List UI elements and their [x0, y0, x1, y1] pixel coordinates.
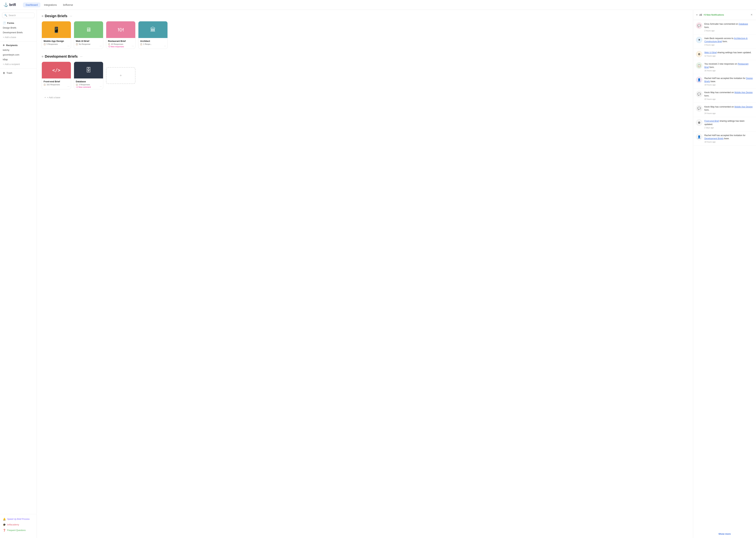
dev-briefs-title: Development Briefs	[45, 54, 78, 59]
notif-close-btn[interactable]: ×	[750, 12, 753, 17]
notif-content-7: Kevin May has commented on Mobile App De…	[704, 105, 753, 115]
sidebar-bottom: 🔔 Speed Up Brief Process 🎓 briflacademy …	[0, 514, 36, 535]
card-restaurant-brief[interactable]: 🍽 Restaurant Brief 📋 43 Responses +2 New…	[106, 21, 135, 49]
architect-card-menu[interactable]: ···	[164, 44, 166, 47]
card-database[interactable]: 🗄 Database 📋 3 Responses +1 New comment …	[74, 62, 103, 89]
notif-time-5: 18 hours ago	[704, 84, 753, 86]
notif-link-6[interactable]: Mobile App Design	[734, 91, 753, 94]
card-mobile-body: Mobile App Design 📋 5 Responses	[42, 38, 71, 46]
speed-up-label: Speed Up Brief Process	[7, 518, 29, 520]
notif-avatar-icon-4: 📋	[697, 64, 701, 67]
notif-time-7: 24 hours ago	[704, 112, 753, 114]
forms-icon: 📄	[3, 22, 6, 24]
add-base-plus-icon: +	[44, 96, 46, 99]
bell-icon: 🔔	[3, 518, 6, 520]
notif-item-3: ⚙ Web UI Brief sharing settings has been…	[693, 48, 756, 60]
notif-avatar-6: 💬	[696, 91, 702, 97]
add-recipient-label: + Add a recipient	[3, 63, 20, 66]
add-form-card[interactable]: +	[106, 67, 135, 84]
recipient-gocenbeyin[interactable]: gocenbeyin.com ⋮⋮	[0, 52, 36, 57]
database-new-badge: +1 New comment	[76, 86, 101, 88]
card-architect-brief[interactable]: 🏛 Architect 📋 1 Respo... ···	[138, 21, 167, 49]
notif-text-5: Rachel Hoff has accepted the invitation …	[704, 77, 753, 83]
restaurant-responses-count: 43 Responses	[111, 43, 123, 45]
card-restaurant-body: Restaurant Brief 📋 43 Responses +2 New r…	[106, 38, 135, 49]
notif-link-3[interactable]: Web UI Brief	[704, 51, 717, 54]
add-recipient-btn[interactable]: + Add a recipient	[0, 62, 36, 67]
notif-text-after-2: form.	[722, 40, 728, 43]
notif-chevron-icon: ▼	[696, 14, 698, 16]
frontend-card-menu[interactable]: ···	[68, 85, 70, 88]
notif-link-1[interactable]: Database	[739, 23, 748, 25]
search-container[interactable]: 🔍 Search	[2, 13, 34, 18]
recipients-label: ✈ Recipients	[0, 43, 36, 48]
recipient-gocenbeyin-label: gocenbeyin.com	[3, 53, 20, 56]
notif-content-8: Front-end Brief sharing settings has bee…	[704, 120, 753, 129]
notif-item-5: 👤 Rachel Hoff has accepted the invitatio…	[693, 74, 756, 88]
restaurant-card-menu[interactable]: ···	[132, 44, 134, 47]
dev-briefs-label: Development Briefs	[3, 31, 23, 34]
add-form-plus: +	[120, 74, 122, 78]
tab-integrations[interactable]: Integrations	[41, 2, 60, 7]
design-briefs-section: Design Briefs ··· 📱 Mobile App Design 📋 …	[42, 14, 688, 49]
card-web-ui-brief[interactable]: 🖥 Web UI Brief 📋 No Response ···	[74, 21, 103, 49]
notif-content-5: Rachel Hoff has accepted the invitation …	[704, 77, 753, 86]
notif-avatar-icon-6: 💬	[697, 92, 701, 96]
sidebar-item-dev-briefs[interactable]: Development Briefs ⋮⋮	[0, 30, 36, 35]
show-more-btn[interactable]: Show more	[693, 530, 756, 538]
add-base-sidebar-label: + Add a base	[3, 36, 16, 38]
mobile-responses-count: 5 Responses	[47, 43, 58, 45]
card-mobile-app-design[interactable]: 📱 Mobile App Design 📋 5 Responses ···	[42, 21, 71, 49]
notif-text-before-7: Kevin May has commented on	[704, 106, 734, 108]
notif-link-8[interactable]: Front-end Brief	[704, 120, 719, 122]
notif-avatar-icon-7: 💬	[697, 107, 701, 110]
design-briefs-cards: 📱 Mobile App Design 📋 5 Responses ···	[42, 21, 688, 49]
card-web-thumb: 🖥	[74, 21, 103, 38]
response-icon-4: 📋	[140, 43, 142, 45]
mobile-card-menu[interactable]: ···	[68, 44, 70, 47]
architect-responses-count: 1 Respo...	[143, 43, 152, 45]
notif-avatar-icon-1: 💬	[697, 24, 701, 27]
notif-content-4: You received 2 new responses on Restaura…	[704, 62, 753, 72]
database-card-menu[interactable]: ···	[100, 85, 102, 88]
design-briefs-menu-btn[interactable]: ···	[69, 14, 73, 18]
notif-content-1: Erica Schruder has commented on Database…	[704, 23, 753, 32]
dev-briefs-cards: </> Front-end Brief 📋 102 Responses ···	[42, 62, 688, 89]
tab-briflverse[interactable]: briflverse	[60, 2, 76, 7]
notif-link-9[interactable]: Development Briefs	[704, 137, 724, 140]
speed-up-brief[interactable]: 🔔 Speed Up Brief Process	[0, 516, 36, 522]
notif-content-9: Rachel Hoff has accepted the invitation …	[704, 134, 753, 143]
notif-item-9: 👤 Rachel Hoff has accepted the invitatio…	[693, 131, 756, 146]
card-database-thumb: 🗄	[74, 62, 103, 79]
card-frontend-body: Front-end Brief 📋 102 Responses	[42, 79, 71, 87]
frequent-questions[interactable]: ❓ Frequent Questions	[0, 527, 36, 533]
briflacademy[interactable]: 🎓 briflacademy	[0, 522, 36, 527]
add-base-sidebar[interactable]: + Add a base	[0, 35, 36, 39]
recipient-ketchy[interactable]: ketchy ⋮⋮	[0, 48, 36, 52]
notif-text-after-5: base.	[710, 80, 716, 83]
forms-label: Forms	[7, 22, 14, 24]
database-card-responses: 📋 3 Responses	[76, 83, 101, 86]
card-restaurant-thumb: 🍽	[106, 21, 135, 38]
recipient-kaap[interactable]: kåap ⋮⋮	[0, 57, 36, 62]
frontend-card-title: Front-end Brief	[44, 80, 69, 83]
mobile-card-title: Mobile App Design	[44, 40, 69, 42]
response-icon-6: 📋	[76, 84, 78, 86]
notif-text-6: Kevin May has commented on Mobile App De…	[704, 91, 753, 97]
tab-dashboard[interactable]: Dashboard	[23, 2, 41, 7]
sidebar-item-design-briefs[interactable]: Design Briefs ⋮⋮	[0, 26, 36, 30]
notif-avatar-8: ⚙	[696, 120, 702, 126]
notif-item-2: ✈ Irwin Beck requests access to Architec…	[693, 34, 756, 49]
web-icon: 🖥	[86, 27, 91, 33]
notif-avatar-4: 📋	[696, 62, 702, 69]
dev-briefs-menu-btn[interactable]: ···	[79, 55, 83, 59]
notif-text-before-4: You received 2 new responses on	[704, 63, 738, 65]
web-card-menu[interactable]: ···	[100, 44, 102, 47]
search-placeholder: Search	[9, 14, 16, 17]
notif-all-label[interactable]: All	[699, 14, 702, 16]
notif-link-7[interactable]: Mobile App Design	[734, 106, 753, 108]
trash-item[interactable]: 🗑 Trash	[0, 70, 36, 76]
add-base-btn[interactable]: + + Add a base	[42, 95, 688, 100]
notif-item-4: 📋 You received 2 new responses on Restau…	[693, 60, 756, 74]
card-frontend-brief[interactable]: </> Front-end Brief 📋 102 Responses ···	[42, 62, 71, 89]
